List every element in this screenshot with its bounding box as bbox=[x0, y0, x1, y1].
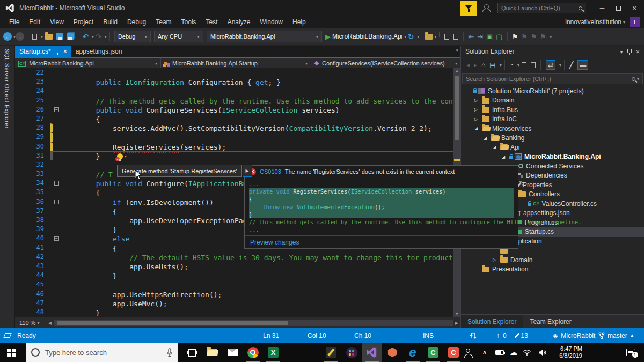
start-debugging-button[interactable]: ▶ bbox=[325, 33, 331, 41]
collapse-icon[interactable]: ◢ bbox=[493, 145, 500, 150]
scrollbar-thumb[interactable] bbox=[455, 76, 459, 140]
taskbar-search-input[interactable]: Type here to search bbox=[26, 343, 178, 362]
member-dropdown[interactable]: ConfigureServices(IServiceCollection ser… bbox=[311, 58, 460, 68]
menu-analyze[interactable]: Analyze bbox=[223, 17, 255, 27]
tree-item-microservices[interactable]: ◢Microservices bbox=[461, 124, 644, 134]
navigate-forward-button[interactable]: → bbox=[16, 32, 24, 41]
menu-team[interactable]: Team bbox=[151, 17, 176, 27]
decrease-indent-icon[interactable]: ⇤ bbox=[468, 33, 474, 41]
type-dropdown[interactable]: MicroRabbit.Banking.Api.Startup ▾ bbox=[161, 58, 311, 68]
project-dropdown[interactable]: C# MicroRabbit.Banking.Api ▾ bbox=[15, 58, 161, 68]
scroll-down-icon[interactable]: ▼ bbox=[453, 311, 460, 317]
code-line[interactable]: 46 app.UseHttpsRedirection(); bbox=[15, 290, 453, 299]
panel-menu-icon[interactable]: ▾ bbox=[620, 49, 623, 55]
fold-margin[interactable]: − bbox=[53, 198, 62, 206]
expand-icon[interactable]: ▷ bbox=[474, 98, 482, 103]
refresh-icon[interactable] bbox=[531, 62, 536, 68]
code-line[interactable]: 44 } bbox=[15, 271, 453, 280]
horizontal-scrollbar[interactable] bbox=[54, 320, 453, 326]
avatar[interactable]: I bbox=[630, 17, 640, 27]
taskbar-app-vs-installer[interactable] bbox=[382, 343, 402, 362]
save-all-button[interactable] bbox=[67, 33, 74, 40]
refresh-icon[interactable]: ↻ bbox=[408, 33, 414, 41]
error-code[interactable]: CS0103 bbox=[260, 168, 281, 175]
chevron-down-icon[interactable]: ▾ bbox=[92, 34, 94, 39]
close-icon[interactable]: × bbox=[63, 48, 67, 55]
taskbar-app-visual-studio[interactable] bbox=[362, 343, 382, 362]
sql-server-object-explorer-tab[interactable]: SQL Server Object Explorer bbox=[4, 49, 10, 129]
home-icon[interactable]: ⌂ bbox=[481, 61, 485, 69]
tree-item-solution-microrabbit-7-projects-[interactable]: Solution 'MicroRabbit' (7 projects) bbox=[461, 86, 644, 96]
show-next-statement-icon[interactable] bbox=[444, 34, 449, 40]
open-file-button[interactable] bbox=[45, 34, 53, 40]
sync-publish-icon[interactable] bbox=[470, 328, 477, 343]
close-icon[interactable]: × bbox=[635, 48, 640, 56]
pending-changes-filter-icon[interactable]: ◔ bbox=[510, 61, 514, 69]
taskbar-app-edge[interactable]: e bbox=[402, 343, 423, 362]
side-tool-tab[interactable]: SQL Server Object Explorer bbox=[0, 46, 15, 328]
tree-item-infra-ioc[interactable]: ▷Infra.IoC bbox=[461, 115, 644, 124]
code-line[interactable]: 42 // The default HSTS value is 30 days.… bbox=[15, 253, 453, 262]
previous-bookmark-icon[interactable]: ⚑ bbox=[521, 33, 528, 41]
outgoing-commits[interactable]: ↑0 bbox=[496, 328, 507, 343]
menu-help[interactable]: Help bbox=[288, 17, 311, 27]
code-line[interactable]: 29 bbox=[15, 132, 453, 142]
menu-view[interactable]: View bbox=[45, 17, 69, 27]
solution-search-input[interactable]: Search Solution Explorer (Ctrl+;) ▾ bbox=[462, 73, 643, 84]
pin-icon[interactable] bbox=[55, 49, 60, 55]
code-line[interactable]: 24 bbox=[15, 86, 453, 95]
branch-indicator[interactable]: master▲ bbox=[598, 328, 634, 343]
chevron-down-icon[interactable]: ▾ bbox=[550, 34, 552, 39]
tree-item-domain[interactable]: ▷Domain bbox=[461, 96, 644, 106]
code-line[interactable]: 30 RegisterServices(services); bbox=[15, 142, 453, 151]
account-name[interactable]: innovativeinstitution bbox=[565, 18, 621, 26]
tab-team-explorer[interactable]: Team Explorer bbox=[523, 315, 577, 328]
start-button[interactable] bbox=[0, 343, 26, 362]
repository-indicator[interactable]: ◈MicroRabbit bbox=[553, 328, 595, 343]
uncomment-selection-icon[interactable]: ▢ bbox=[496, 33, 502, 41]
tree-item-banking[interactable]: ◢Banking bbox=[461, 134, 644, 143]
tab-startup-cs[interactable]: Startup.cs* × bbox=[15, 46, 71, 57]
taskbar-app-slack[interactable] bbox=[341, 343, 362, 362]
quick-launch-input[interactable]: Quick Launch (Ctrl+Q) bbox=[497, 3, 586, 13]
character-indicator[interactable]: Ch 10 bbox=[354, 328, 371, 343]
solution-configuration-dropdown[interactable]: Debug▾ bbox=[114, 31, 151, 42]
show-threads-icon[interactable] bbox=[453, 34, 458, 40]
taskbar-app-capture-tool[interactable] bbox=[321, 343, 341, 362]
fold-margin[interactable]: − bbox=[53, 179, 62, 187]
scroll-right-icon[interactable]: ▶ bbox=[455, 321, 458, 326]
collapse-icon[interactable]: ◢ bbox=[502, 154, 509, 159]
code-line[interactable]: 25 // This method gets called by the run… bbox=[15, 96, 453, 105]
code-line[interactable]: 26− public void ConfigureServices(IServi… bbox=[15, 105, 453, 114]
navigate-back-button[interactable]: ← bbox=[3, 32, 12, 41]
increase-indent-icon[interactable]: ⇥ bbox=[477, 33, 483, 41]
menu-edit[interactable]: Edit bbox=[24, 17, 45, 27]
fold-margin[interactable]: − bbox=[53, 106, 62, 114]
clock[interactable]: 6:47 PM 6/8/2019 bbox=[553, 343, 582, 362]
people-icon[interactable] bbox=[459, 343, 477, 362]
new-project-button[interactable] bbox=[32, 34, 37, 40]
menu-build[interactable]: Build bbox=[98, 17, 122, 27]
fold-margin[interactable]: − bbox=[53, 234, 62, 242]
save-button[interactable] bbox=[56, 33, 63, 40]
scrollbar-thumb[interactable] bbox=[57, 321, 288, 325]
collapse-icon[interactable]: ◢ bbox=[474, 126, 482, 131]
menu-project[interactable]: Project bbox=[69, 17, 98, 27]
code-line[interactable]: 43 app.UseHsts(); bbox=[15, 262, 453, 271]
taskbar-app-task-view[interactable] bbox=[181, 343, 202, 362]
properties-icon[interactable]: ╱ bbox=[569, 61, 573, 69]
expand-icon[interactable]: ▷ bbox=[493, 257, 500, 262]
insert-mode-indicator[interactable]: INS bbox=[423, 328, 434, 343]
taskbar-app-camtasia[interactable]: C bbox=[423, 343, 443, 362]
menu-window[interactable]: Window bbox=[255, 17, 288, 27]
restore-button[interactable] bbox=[612, 2, 625, 14]
document-overflow-icon[interactable]: ▾ bbox=[456, 48, 458, 53]
sync-icon[interactable] bbox=[522, 62, 526, 68]
attach-to-process-icon[interactable] bbox=[425, 34, 433, 40]
chevron-down-icon[interactable]: ▾ bbox=[404, 34, 406, 39]
chevron-down-icon[interactable]: ▾ bbox=[105, 34, 107, 39]
solution-platform-dropdown[interactable]: Any CPU▾ bbox=[154, 31, 203, 42]
volume-icon[interactable] bbox=[535, 343, 550, 362]
uncommitted-changes[interactable]: 13 bbox=[516, 328, 528, 343]
pin-icon[interactable] bbox=[627, 49, 631, 55]
